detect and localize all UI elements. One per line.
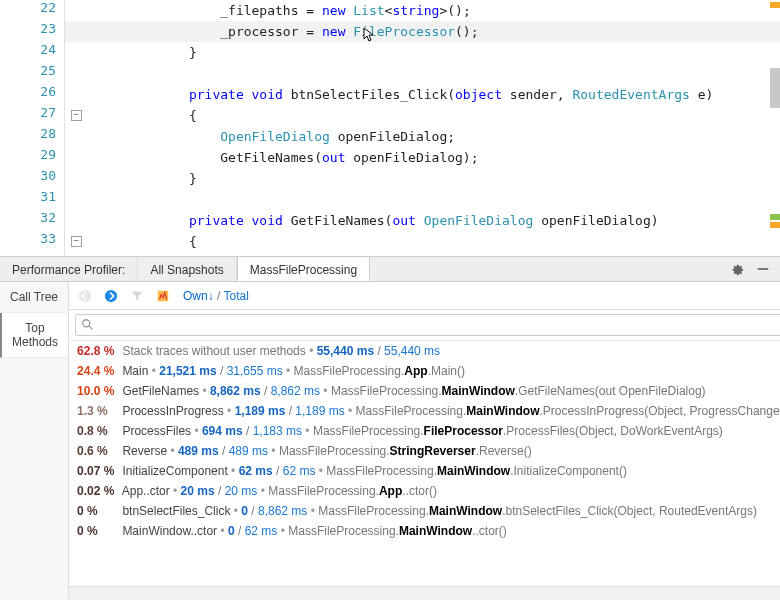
method-row[interactable]: 10.0 % GetFileNames • 8,862 ms / 8,862 m… bbox=[69, 381, 780, 401]
tab-all-snapshots[interactable]: All Snapshots bbox=[138, 257, 236, 281]
minimize-icon[interactable] bbox=[756, 262, 770, 276]
fold-toggle[interactable]: − bbox=[71, 236, 82, 247]
code-line[interactable]: private void GetFileNames(out OpenFileDi… bbox=[95, 210, 659, 231]
line-number: 33 bbox=[26, 231, 56, 246]
method-row[interactable]: 0.07 % InitializeComponent • 62 ms / 62 … bbox=[69, 461, 780, 481]
search-row bbox=[69, 310, 780, 341]
code-line[interactable]: _processor = new FileProcessor(); bbox=[95, 21, 479, 42]
marker[interactable] bbox=[770, 222, 780, 228]
code-line[interactable]: { bbox=[95, 105, 197, 126]
search-input[interactable] bbox=[75, 314, 780, 336]
marker[interactable] bbox=[770, 2, 780, 8]
profiler-toolbar: Own↓ / Total bbox=[69, 282, 780, 310]
fold-toggle[interactable]: − bbox=[71, 110, 82, 121]
line-number: 32 bbox=[26, 210, 56, 225]
line-number: 27 bbox=[26, 105, 56, 120]
method-row[interactable]: 24.4 % Main • 21,521 ms / 31,655 ms • Ma… bbox=[69, 361, 780, 381]
line-number: 26 bbox=[26, 84, 56, 99]
flame-icon[interactable] bbox=[153, 286, 173, 306]
tab-massfileprocessing[interactable]: MassFileProcessing bbox=[237, 257, 370, 281]
svg-line-5 bbox=[89, 326, 93, 330]
line-number: 29 bbox=[26, 147, 56, 162]
code-line[interactable]: GetFileNames(out openFileDialog); bbox=[95, 147, 479, 168]
code-editor[interactable]: 222324252627282930313233 −− _filepaths =… bbox=[0, 0, 780, 256]
nav-back-icon bbox=[75, 286, 95, 306]
svg-point-4 bbox=[83, 320, 90, 327]
profiler-label: Performance Profiler: bbox=[0, 257, 138, 281]
fold-toggle[interactable] bbox=[71, 173, 82, 184]
marker[interactable] bbox=[770, 68, 780, 108]
profiler-body: Call TreeTop Methods Own↓ / Total 62.8 %… bbox=[0, 282, 780, 600]
horizontal-scrollbar[interactable] bbox=[69, 586, 780, 600]
sidebar-item-top-methods[interactable]: Top Methods bbox=[0, 313, 68, 358]
line-number: 23 bbox=[26, 21, 56, 36]
code-line[interactable]: OpenFileDialog openFileDialog; bbox=[95, 126, 455, 147]
line-number: 22 bbox=[26, 0, 56, 15]
line-number: 31 bbox=[26, 189, 56, 204]
sidebar-item-call-tree[interactable]: Call Tree bbox=[0, 282, 68, 313]
method-row[interactable]: 0.02 % App..ctor • 20 ms / 20 ms • MassF… bbox=[69, 481, 780, 501]
code-line[interactable]: } bbox=[95, 42, 197, 63]
fold-toggle[interactable] bbox=[71, 47, 82, 58]
method-row[interactable]: 0 % btnSelectFiles_Click • 0 / 8,862 ms … bbox=[69, 501, 780, 521]
code-line[interactable]: { bbox=[95, 231, 197, 252]
line-number: 28 bbox=[26, 126, 56, 141]
nav-forward-icon[interactable] bbox=[101, 286, 121, 306]
filter-icon bbox=[127, 286, 147, 306]
profiler-sidebar: Call TreeTop Methods bbox=[0, 282, 69, 600]
method-row[interactable]: 1.3 % ProcessInProgress • 1,189 ms / 1,1… bbox=[69, 401, 780, 421]
search-icon bbox=[81, 318, 95, 332]
code-line[interactable]: private void btnSelectFiles_Click(object… bbox=[95, 84, 713, 105]
method-row[interactable]: 0 % MainWindow..ctor • 0 / 62 ms • MassF… bbox=[69, 521, 780, 541]
method-row[interactable]: 62.8 % Stack traces without user methods… bbox=[69, 341, 780, 361]
fold-column[interactable]: −− bbox=[65, 0, 90, 256]
profiler-main: Own↓ / Total 62.8 % Stack traces without… bbox=[69, 282, 780, 600]
line-number: 24 bbox=[26, 42, 56, 57]
svg-point-1 bbox=[79, 289, 91, 301]
sort-own-label[interactable]: Own↓ / Total bbox=[183, 289, 249, 303]
code-line[interactable]: _filepaths = new List<string>(); bbox=[95, 0, 471, 21]
marker[interactable] bbox=[770, 214, 780, 220]
line-number: 25 bbox=[26, 63, 56, 78]
code-line[interactable]: } bbox=[95, 168, 197, 189]
marker-bar[interactable] bbox=[766, 0, 780, 256]
svg-rect-3 bbox=[158, 290, 169, 301]
profiler-tab-bar: Performance Profiler: All SnapshotsMassF… bbox=[0, 256, 780, 282]
method-row[interactable]: 0.6 % Reverse • 489 ms / 489 ms • MassFi… bbox=[69, 441, 780, 461]
svg-rect-0 bbox=[758, 268, 769, 270]
svg-point-2 bbox=[105, 289, 117, 301]
gear-icon[interactable] bbox=[730, 262, 744, 276]
method-row[interactable]: 0.8 % ProcessFiles • 694 ms / 1,183 ms •… bbox=[69, 421, 780, 441]
method-list[interactable]: 62.8 % Stack traces without user methods… bbox=[69, 341, 780, 586]
line-number-gutter: 222324252627282930313233 bbox=[0, 0, 65, 256]
line-number: 30 bbox=[26, 168, 56, 183]
